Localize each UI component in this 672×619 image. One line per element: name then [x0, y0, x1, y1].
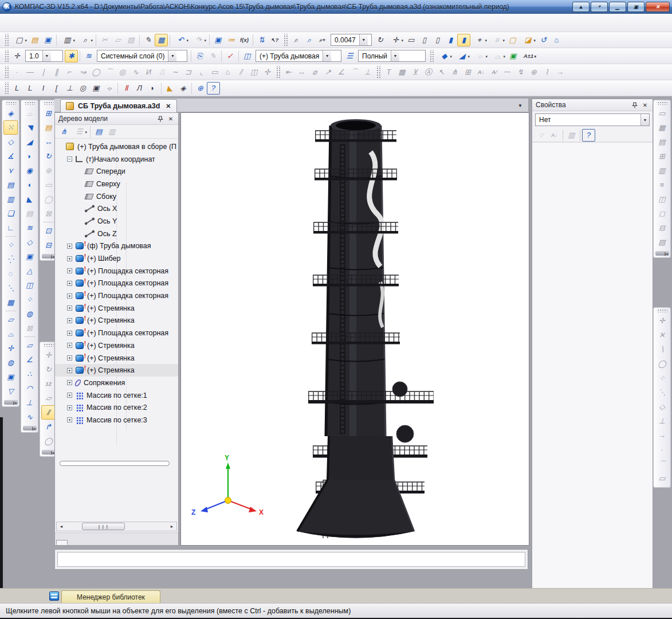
shaded-button[interactable]: ▮ — [444, 34, 457, 46]
angular-dimension-tool[interactable]: ∠ — [335, 66, 348, 79]
tree-expander[interactable]: + — [67, 244, 72, 249]
rib-icon[interactable]: ▤ — [22, 206, 37, 221]
library-manager-button[interactable]: ▣ — [211, 34, 225, 46]
helper-line-tool[interactable]: — — [23, 66, 37, 79]
solid-profile-button[interactable]: ◗ — [146, 82, 159, 95]
fx-button[interactable]: f(x) — [238, 34, 251, 46]
properties-selector-combo[interactable]: Нет ▼ — [535, 113, 650, 126]
close-button[interactable]: ✕ — [646, 2, 670, 12]
tree-expander[interactable]: + — [67, 405, 72, 410]
wavy-break-tool[interactable]: ⌇ — [540, 66, 553, 79]
tree-expander[interactable]: + — [67, 293, 72, 299]
new-document-button[interactable]: ▢ — [10, 34, 28, 46]
tree-item-plane-front[interactable]: Спереди — [55, 165, 178, 178]
mirror-icon[interactable]: ◫ — [22, 278, 37, 292]
drawing-perp-icon[interactable]: ⊥ — [655, 414, 669, 428]
tree-expander[interactable]: + — [67, 380, 72, 385]
scroll-left-arrow[interactable]: ◄ — [57, 522, 66, 531]
mate-coincident-icon[interactable]: ⊡ — [41, 224, 56, 238]
tree-expander[interactable]: + — [67, 355, 72, 361]
tree-item-part-stremyanka[interactable]: + (+) Стремянка — [55, 302, 178, 315]
direction-arrow-icon[interactable]: ↱ — [41, 420, 56, 434]
aligned-view-icon[interactable]: ◫ — [655, 192, 669, 206]
tree-item-part-truba[interactable]: + (ф) Труба дымовая — [55, 240, 178, 253]
paste-button[interactable]: ▨ — [124, 34, 137, 46]
chevron-down-icon[interactable]: ▼ — [42, 50, 51, 61]
boss-icon[interactable]: ⌓ — [22, 106, 37, 120]
toolbar-grip[interactable] — [4, 82, 9, 95]
hide-components-button[interactable]: ⌗ — [488, 34, 506, 46]
redo-button[interactable]: ↷ — [190, 34, 207, 46]
chevron-down-icon[interactable]: ▼ — [168, 50, 176, 61]
tree-item-axis-y[interactable]: Ось Y — [55, 215, 178, 228]
measure-3d-panel-icon[interactable]: ∡ — [3, 149, 18, 163]
round-tube-profile-button[interactable]: ◎ — [76, 82, 89, 95]
tree-expander[interactable]: + — [67, 417, 72, 422]
three-point-plane-icon[interactable]: ∴ — [22, 367, 37, 381]
toolbar-grip[interactable] — [283, 34, 288, 46]
hide-objects-button[interactable]: ⌖ — [470, 34, 488, 46]
column-button[interactable]: Ⅱ — [120, 82, 133, 95]
rotate-component-icon[interactable]: ↻ — [41, 149, 56, 163]
component-state-icon[interactable]: ▭ — [41, 178, 56, 192]
menu-operations[interactable] — [56, 21, 69, 25]
shell-icon[interactable]: ◇ — [22, 235, 37, 249]
tree-item-part-ploshadka[interactable]: + (+) Площадка секторная — [55, 289, 178, 302]
mates-group-button[interactable]: ◆ — [435, 50, 453, 62]
shaded-with-edges-button[interactable]: ▮ — [457, 34, 470, 46]
bezier-tool[interactable]: И — [142, 66, 155, 79]
point-tool[interactable]: · — [10, 66, 23, 79]
tree-expander[interactable]: + — [67, 268, 72, 273]
drawing-arc-icon[interactable]: ⌒ — [655, 457, 669, 471]
move-component-icon[interactable]: ↔ — [41, 135, 56, 149]
tree-item-array-2[interactable]: + Массив по сетке:2 — [55, 401, 178, 414]
tab-ispolneniya[interactable] — [68, 540, 79, 545]
tree-hscroll-thumb[interactable] — [60, 461, 170, 466]
unfold-view-icon[interactable]: ▧ — [655, 235, 669, 249]
hatch-tool[interactable]: ⫽ — [234, 66, 247, 79]
contour-tool[interactable]: ⎍ — [155, 66, 168, 79]
tree-expander[interactable]: + — [67, 256, 72, 261]
undo-button[interactable]: ↶ — [172, 34, 190, 46]
node-button[interactable]: ◈ — [176, 82, 190, 95]
tree-item-assembly-root[interactable]: (+) Труба дымовая в сборе (П — [55, 140, 178, 153]
extrude-icon[interactable]: ◥ — [22, 120, 37, 135]
revolve-icon[interactable]: ◗ — [22, 149, 37, 163]
zigzag-tool[interactable]: ↯ — [514, 66, 527, 79]
zoom-selected-button[interactable]: ⌕ — [289, 34, 302, 46]
pin-window-button[interactable]: ⌖ — [591, 2, 608, 12]
tree-copy-button[interactable]: ▥ — [105, 126, 119, 138]
panel-drag-handle[interactable] — [25, 101, 35, 105]
cut-extrude-icon[interactable]: ◢ — [22, 135, 37, 149]
save-button[interactable]: ▣ — [41, 34, 54, 46]
section-display-button[interactable]: ◪ — [519, 34, 537, 46]
context-help-button[interactable]: ↖? — [268, 34, 281, 46]
loft-icon[interactable]: ≋ — [22, 221, 37, 235]
open-button[interactable]: ▤ — [28, 34, 41, 46]
square-tube-profile-button[interactable]: ▣ — [89, 82, 103, 95]
print-button[interactable]: ▥ — [58, 34, 76, 46]
scrollbar-track[interactable]: ❙❙❙ — [66, 522, 167, 531]
hole-icon[interactable]: ◉ — [22, 163, 37, 178]
detail-view-icon[interactable]: ▥ — [655, 163, 669, 178]
dimension-12-icon[interactable]: 12 — [41, 377, 56, 391]
boolean-icon[interactable]: ◍ — [22, 307, 37, 321]
dome-icon[interactable]: ⌓ — [3, 327, 18, 341]
rect-array-icon[interactable]: ⁘ — [3, 238, 18, 252]
tree-expander[interactable]: + — [67, 343, 72, 348]
renumber-button[interactable]: ⇅ — [255, 34, 268, 46]
tree-item-part-shiber[interactable]: + (+) Шибер — [55, 252, 178, 265]
tree-expander[interactable]: + — [67, 368, 72, 373]
channel-profile-button[interactable]: [ — [50, 82, 63, 95]
rotate-view-button[interactable]: ↻ — [374, 34, 387, 46]
solid-group-button[interactable]: ◢ — [453, 50, 471, 62]
menu-editor[interactable] — [18, 21, 31, 25]
pin-icon[interactable] — [631, 101, 639, 109]
tree-item-part-ploshadka[interactable]: + (+) Площадка секторная — [55, 277, 178, 290]
text-tool[interactable]: T — [382, 66, 395, 79]
window-list-dropdown[interactable]: ▼ — [516, 101, 525, 109]
datum-tool[interactable]: ⊻ — [408, 66, 422, 79]
scroll-up-button[interactable]: ▲ — [572, 2, 590, 12]
tree-expander[interactable]: + — [67, 318, 72, 323]
tab-postroenie[interactable] — [56, 540, 68, 545]
